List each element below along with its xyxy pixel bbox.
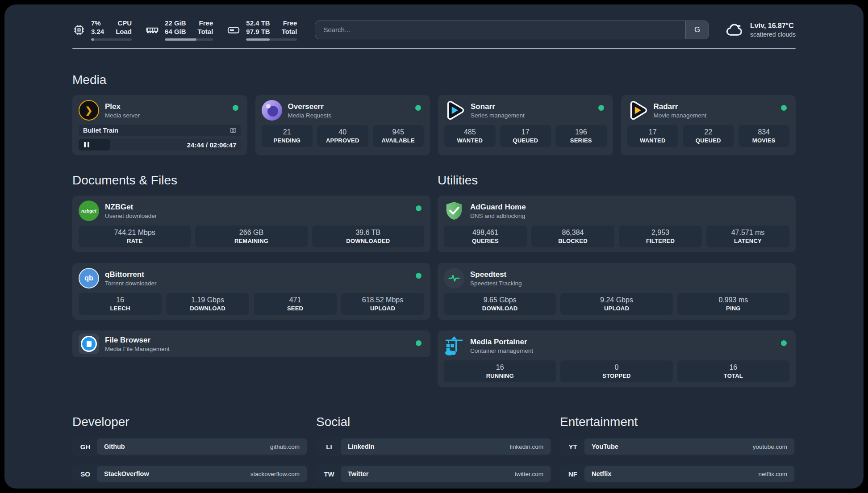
link-youtube-url: youtube.com — [753, 443, 787, 450]
speedtest-stat-download: 9.65 GbpsDOWNLOAD — [444, 293, 556, 315]
now-playing-time: 24:44 / 02:06:47 — [187, 141, 237, 149]
qbittorrent-name: qBittorrent — [105, 270, 157, 279]
qbittorrent-stat-seed: 471SEED — [254, 293, 337, 315]
filebrowser-description: Media File Management — [105, 346, 170, 352]
link-linkedin[interactable]: LI LinkedInlinkedin.com — [316, 437, 552, 456]
portainer-status-dot — [781, 340, 787, 346]
plex-description: Media server — [105, 112, 140, 119]
header-bar: 7%3.24 CPULoad 22 GiB64 GiB FreeTotal — [72, 4, 796, 41]
filebrowser-status-dot — [416, 340, 421, 346]
search-bar: G — [315, 21, 709, 39]
weather-condition: scattered clouds — [750, 31, 796, 38]
disk-total-value: 97.9 TB — [246, 27, 270, 36]
portainer-stat-stopped: 0STOPPED — [560, 360, 672, 382]
pause-button[interactable] — [84, 142, 89, 147]
memory-free-value: 22 GiB — [165, 19, 186, 27]
link-stackoverflow-abbr: SO — [74, 466, 97, 482]
disk-free-value: 52.4 TB — [246, 19, 270, 27]
link-github-url: github.com — [270, 443, 300, 450]
plex-card: ❯ Plex Media server Bullet Train 24:44 /… — [72, 95, 247, 155]
portainer-description: Container management — [470, 347, 533, 354]
nzbget-status-dot — [416, 205, 421, 211]
link-github-abbr: GH — [74, 439, 97, 455]
link-netflix[interactable]: NF Netflixnetflix.com — [560, 464, 796, 483]
speedtest-name: Speedtest — [470, 270, 522, 279]
filebrowser-app-link[interactable]: File Browser Media File Management — [79, 334, 424, 354]
link-youtube[interactable]: YT YouTubeyoutube.com — [560, 437, 796, 456]
cpu-progress-bar — [91, 38, 132, 41]
disk-label-top: Free — [282, 19, 297, 27]
section-title-media: Media — [72, 73, 796, 87]
link-github[interactable]: GH Githubgithub.com — [72, 437, 308, 456]
cpu-load-value: 3.24 — [91, 27, 104, 36]
cpu-label-top: CPU — [116, 19, 132, 27]
link-twitter-url: twitter.com — [514, 471, 543, 477]
link-linkedin-url: linkedin.com — [510, 443, 543, 450]
adguard-stat-latency: 47.571 msLATENCY — [706, 226, 789, 247]
qbittorrent-card: qb qBittorrent Torrent downloader 16LEEC… — [72, 263, 430, 320]
plex-name: Plex — [105, 102, 140, 111]
speedtest-app-link[interactable]: Speedtest Speedtest Tracking — [444, 268, 789, 288]
search-provider-button[interactable]: G — [685, 21, 709, 39]
adguard-stat-filtered: 2,953FILTERED — [619, 226, 702, 247]
cpu-usage-value: 7% — [91, 19, 104, 27]
nzbget-stat-rate: 744.21 MbpsRATE — [79, 226, 191, 247]
overseerr-stat-pending: 21PENDING — [262, 125, 313, 147]
weather-location: Lviv, 16.87°C — [750, 22, 796, 30]
overseerr-description: Media Requests — [288, 112, 332, 119]
speedtest-card: Speedtest Speedtest Tracking 9.65 GbpsDO… — [438, 263, 796, 320]
nzbget-stat-remaining: 266 GBREMAINING — [195, 226, 307, 247]
overseerr-card: Overseerr Media Requests 21PENDING 40APP… — [255, 95, 430, 155]
memory-metric: 22 GiB64 GiB FreeTotal — [145, 19, 213, 41]
cpu-label-bottom: Load — [116, 27, 132, 36]
plex-status-dot — [233, 105, 238, 111]
memory-label-top: Free — [198, 19, 213, 27]
memory-label-bottom: Total — [198, 27, 213, 36]
link-netflix-abbr: NF — [561, 466, 584, 482]
sonarr-stat-wanted: 485WANTED — [444, 125, 496, 147]
overseerr-stat-available: 945AVAILABLE — [373, 125, 424, 147]
memory-icon — [145, 23, 159, 37]
portainer-icon — [444, 335, 464, 356]
speedtest-stat-upload: 9.24 GbpsUPLOAD — [560, 293, 672, 315]
now-playing-title-row: Bullet Train — [79, 125, 241, 136]
link-stackoverflow-name: StackOverflow — [104, 470, 149, 477]
qbittorrent-app-link[interactable]: qb qBittorrent Torrent downloader — [79, 268, 424, 288]
plex-app-link[interactable]: ❯ Plex Media server — [79, 100, 241, 121]
link-youtube-abbr: YT — [561, 439, 584, 455]
sonarr-description: Series management — [471, 112, 525, 119]
section-title-developer: Developer — [72, 415, 308, 429]
link-twitter-name: Twitter — [348, 470, 368, 477]
sonarr-app-link[interactable]: Sonarr Series management — [444, 100, 607, 121]
sonarr-stat-series: 196SERIES — [555, 125, 607, 147]
radarr-description: Movie management — [654, 112, 707, 119]
disk-label-bottom: Total — [282, 27, 297, 36]
overseerr-name: Overseerr — [288, 102, 332, 111]
portainer-stat-running: 16RUNNING — [444, 360, 556, 382]
portainer-app-link[interactable]: Media Portainer Container management — [444, 335, 789, 356]
overseerr-status-dot — [415, 105, 421, 111]
sonarr-status-dot — [598, 105, 604, 111]
qbittorrent-description: Torrent downloader — [105, 280, 157, 287]
search-input[interactable] — [315, 21, 685, 39]
nzbget-app-link[interactable]: nzbget NZBGet Usenet downloader — [79, 201, 424, 221]
radarr-stat-movies: 834MOVIES — [739, 125, 790, 147]
nzbget-icon: nzbget — [79, 201, 99, 221]
link-stackoverflow-url: stackoverflow.com — [250, 471, 300, 477]
sonarr-stat-queued: 17QUEUED — [500, 125, 551, 147]
speedtest-description: Speedtest Tracking — [470, 280, 522, 287]
now-playing-title: Bullet Train — [83, 127, 118, 134]
radarr-app-link[interactable]: Radarr Movie management — [627, 100, 790, 121]
link-linkedin-abbr: LI — [317, 439, 341, 455]
overseerr-app-link[interactable]: Overseerr Media Requests — [262, 100, 424, 121]
radarr-stat-queued: 22QUEUED — [683, 125, 734, 147]
adguard-app-link[interactable]: AdGuard Home DNS and adblocking — [444, 201, 789, 221]
weather-widget: Lviv, 16.87°C scattered clouds — [724, 20, 796, 40]
link-twitter[interactable]: TW Twittertwitter.com — [316, 464, 552, 483]
disk-icon — [226, 23, 241, 37]
adguard-name: AdGuard Home — [470, 203, 526, 212]
link-stackoverflow[interactable]: SO StackOverflowstackoverflow.com — [72, 464, 308, 483]
link-netflix-name: Netflix — [592, 470, 611, 477]
nzbget-stat-downloaded: 39.6 TBDOWNLOADED — [312, 226, 424, 247]
section-title-utilities: Utilities — [438, 173, 796, 188]
